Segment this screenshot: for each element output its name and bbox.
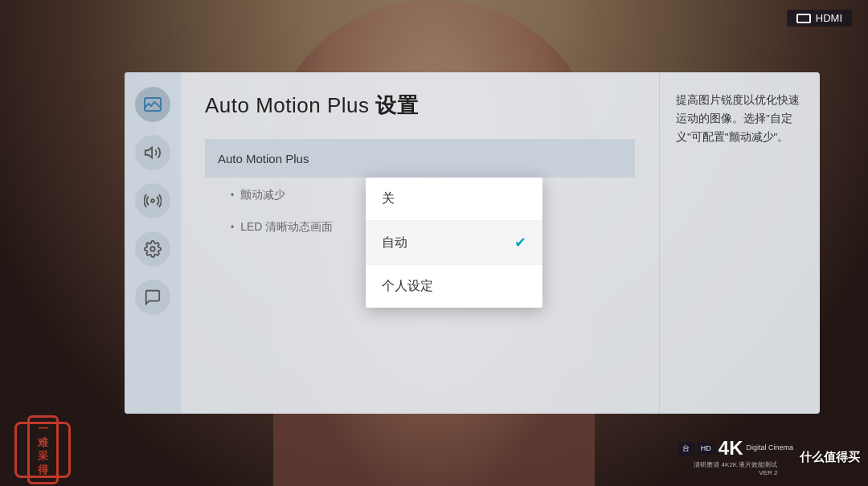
main-content: Auto Motion Plus 设置 Auto Motion Plus 关 自… [181, 72, 659, 414]
dropdown-menu: 关 自动 ✔ 个人设定 [366, 178, 542, 308]
stamp-logo: 一 难 采 得 [14, 422, 71, 478]
stamp-line4: 得 [38, 464, 48, 477]
version-text: 清研磨清 4K2K 液片效能测试VER 2 [694, 460, 777, 476]
sidebar [125, 72, 181, 414]
svg-marker-1 [145, 148, 152, 158]
dropdown-item-auto-label: 自动 [382, 235, 407, 251]
4k-logo: 4K [719, 439, 743, 458]
dropdown-item-auto[interactable]: 自动 ✔ [366, 221, 542, 265]
tv-settings-panel: Auto Motion Plus 设置 Auto Motion Plus 关 自… [125, 72, 820, 414]
dropdown-item-custom-label: 个人设定 [382, 278, 433, 295]
sidebar-item-image[interactable] [135, 87, 170, 122]
description-panel: 提高图片锐度以优化快速运动的图像。选择"自定义"可配置"颤动减少"。 [659, 72, 820, 414]
stamp-line2: 难 [38, 436, 48, 450]
sidebar-item-settings[interactable] [135, 231, 170, 267]
page-title: Auto Motion Plus 设置 [205, 92, 635, 120]
hd-badge: HD [697, 443, 715, 454]
svg-point-3 [150, 247, 155, 251]
sidebar-item-support[interactable] [135, 280, 170, 315]
sidebar-item-network[interactable] [135, 183, 170, 218]
digital-cinema-text: Digital Cinema [746, 443, 793, 453]
bullet-2: • [231, 222, 234, 233]
site-label: 什么值得买 [800, 450, 860, 465]
description-text: 提高图片锐度以优化快速运动的图像。选择"自定义"可配置"颤动减少"。 [676, 92, 804, 147]
led-label: LED 清晰动态画面 [240, 220, 333, 235]
page-title-prefix: Auto Motion Plus [205, 93, 375, 117]
hdmi-icon [796, 14, 811, 23]
bullet-1: • [231, 190, 234, 201]
stamp-line3: 采 [38, 450, 48, 464]
stamp-line1: 一 [38, 423, 48, 436]
svg-point-2 [151, 199, 154, 202]
check-icon: ✔ [514, 234, 526, 251]
dropdown-item-custom[interactable]: 个人设定 [366, 265, 542, 308]
hdmi-badge: HDMI [787, 10, 852, 27]
dropdown-item-off-label: 关 [382, 190, 395, 207]
sidebar-item-sound[interactable] [135, 135, 170, 170]
amp-label: Auto Motion Plus [218, 152, 622, 165]
hdmi-label: HDMI [816, 12, 842, 24]
tc-badge: 台 [678, 442, 694, 455]
shake-label: 颤动减少 [240, 188, 285, 202]
page-title-suffix: 设置 [375, 93, 418, 117]
settings-row-amp[interactable]: Auto Motion Plus 关 自动 ✔ 个人设定 [205, 139, 635, 178]
dropdown-item-off[interactable]: 关 [366, 178, 542, 221]
